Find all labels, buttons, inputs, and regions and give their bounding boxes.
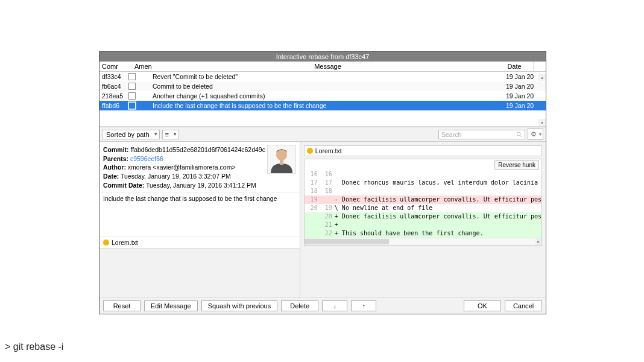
old-line-number: 16	[305, 170, 319, 179]
move-up-button[interactable]: ↑	[351, 300, 376, 311]
delete-button[interactable]: Delete	[281, 300, 318, 311]
row-date: 19 Jan 20	[506, 102, 538, 109]
diff-content: Donec rhoncus mauris lacus, vel interdum…	[339, 179, 541, 187]
ok-button[interactable]: OK	[464, 300, 501, 311]
diff-line[interactable]: 22+This should have been the first chang…	[305, 229, 541, 238]
layout-dropdown[interactable]: ≡	[162, 130, 179, 139]
row-amend-cell	[128, 102, 151, 109]
avatar	[267, 145, 296, 174]
old-line-number: 18	[305, 187, 319, 195]
diff-content: Donec facilisis ullamcorper convallis. U…	[339, 212, 541, 221]
modified-icon	[307, 148, 313, 154]
author-value: xmorera <xavier@familiamorera.com>	[128, 164, 236, 171]
diff-file-header[interactable]: Lorem.txt	[304, 145, 542, 156]
date-label: Date:	[103, 173, 119, 180]
diff-file-name: Lorem.txt	[315, 147, 342, 154]
new-line-number: 21	[319, 221, 333, 229]
author-label: Author:	[103, 164, 126, 171]
diff-viewer: Reverse hunk 16161717Donec rhoncus mauri…	[304, 159, 542, 246]
diff-line[interactable]: 2019\No newline at end of file	[305, 204, 541, 212]
parents-link[interactable]: c9596eef66	[130, 155, 163, 162]
header-date[interactable]: Date	[496, 62, 533, 71]
modified-icon	[103, 240, 109, 246]
search-input[interactable]: Search	[438, 130, 525, 139]
new-line-number	[319, 195, 333, 204]
header-scroll-gutter	[533, 62, 546, 71]
diff-marker	[333, 170, 339, 179]
diff-content: No newline at end of file	[339, 204, 541, 212]
caption-text: > git rebase -i	[5, 341, 63, 352]
row-message: Another change (+1 squashed commits)	[151, 92, 506, 100]
row-hash: ffabd6	[99, 102, 128, 109]
diff-marker: +	[333, 229, 339, 238]
diff-line[interactable]: 19-Donec facilisis ullamcorper convallis…	[305, 195, 541, 204]
table-header: Comr Amen Message Date	[99, 62, 546, 72]
scroll-down-icon[interactable]: ▾	[538, 119, 546, 126]
row-hash: df33c4	[99, 73, 128, 80]
amend-checkbox[interactable]	[128, 83, 136, 90]
diff-line[interactable]: 21+	[305, 221, 541, 229]
new-line-number: 22	[319, 229, 333, 238]
diff-line[interactable]: 20+Donec facilisis ullamcorper convallis…	[305, 212, 541, 221]
date-value: Tuesday, January 19, 2016 3:32:07 PM	[121, 173, 231, 180]
diff-pane: Lorem.txt Reverse hunk 16161717Donec rho…	[300, 142, 546, 297]
row-message: Revert "Commit to be deleted"	[151, 73, 506, 80]
table-row[interactable]: df33c4Revert "Commit to be deleted"19 Ja…	[99, 72, 546, 81]
action-bar: Reset Edit Message Squash with previous …	[99, 297, 546, 314]
horizontal-scrollbar[interactable]: ◂ ▸	[305, 238, 541, 245]
header-commit[interactable]: Comr	[99, 62, 132, 71]
table-row[interactable]: 218ea5Another change (+1 squashed commit…	[99, 91, 546, 101]
commit-details: Commit: ffabd6dedb11d55d2e68201d6f706142…	[99, 142, 300, 192]
file-name: Lorem.txt	[112, 239, 138, 246]
diff-line[interactable]: 1717Donec rhoncus mauris lacus, vel inte…	[305, 179, 541, 187]
move-down-button[interactable]: ↓	[322, 300, 347, 311]
svg-rect-4	[280, 160, 283, 165]
amend-checkbox[interactable]	[128, 92, 136, 100]
row-message: Commit to be deleted	[151, 83, 506, 90]
cancel-button[interactable]: Cancel	[505, 300, 542, 311]
squash-button[interactable]: Squash with previous	[201, 300, 278, 311]
diff-content: Donec facilisis ullamcorper convallis. U…	[339, 195, 541, 204]
search-placeholder: Search	[441, 131, 461, 138]
diff-marker	[333, 179, 339, 187]
filter-bar: Sorted by path ≡ Search ⚙	[99, 127, 546, 142]
commit-date-label: Commit Date:	[103, 182, 144, 189]
row-date: 19 Jan 20	[506, 73, 538, 80]
old-line-number: 19	[305, 195, 319, 204]
row-amend-cell	[128, 92, 151, 100]
parents-label: Parents:	[103, 155, 128, 162]
reverse-hunk-button[interactable]: Reverse hunk	[494, 160, 539, 170]
diff-line[interactable]: 1616	[305, 170, 541, 179]
edit-message-button[interactable]: Edit Message	[144, 300, 198, 311]
new-line-number: 17	[319, 179, 333, 187]
scroll-right-icon[interactable]: ▸	[535, 238, 541, 245]
scroll-up-icon[interactable]: ▴	[538, 74, 546, 81]
commit-label: Commit:	[103, 146, 129, 153]
rebase-dialog: Interactive rebase from df33c47 Comr Ame…	[99, 51, 546, 314]
row-amend-cell	[128, 83, 151, 90]
diff-content	[339, 170, 541, 179]
header-amend[interactable]: Amen	[132, 62, 160, 71]
sort-dropdown[interactable]: Sorted by path	[102, 130, 160, 139]
diff-marker: \	[333, 204, 339, 212]
diff-line[interactable]: 1818	[305, 187, 541, 195]
table-row[interactable]: ffabd6Include the last change that is su…	[99, 101, 546, 110]
header-message[interactable]: Message	[160, 62, 496, 71]
amend-checkbox[interactable]	[128, 73, 136, 80]
row-date: 19 Jan 20	[506, 92, 538, 100]
scroll-thumb[interactable]	[305, 239, 389, 244]
svg-line-1	[520, 135, 522, 137]
commit-date-value: Tuesday, January 19, 2016 3:41:12 PM	[146, 182, 256, 189]
old-line-number	[305, 229, 319, 238]
old-line-number	[305, 212, 319, 221]
settings-dropdown[interactable]: ⚙	[528, 129, 543, 140]
reset-button[interactable]: Reset	[103, 300, 140, 311]
row-hash: fb6ac4	[99, 83, 128, 90]
table-row[interactable]: fb6ac4Commit to be deleted19 Jan 20	[99, 81, 546, 91]
old-line-number	[305, 221, 319, 229]
file-row[interactable]: Lorem.txt	[99, 237, 300, 249]
amend-checkbox[interactable]	[128, 102, 136, 109]
diff-marker: +	[333, 221, 339, 229]
diff-content	[339, 187, 541, 195]
search-icon	[516, 132, 522, 138]
